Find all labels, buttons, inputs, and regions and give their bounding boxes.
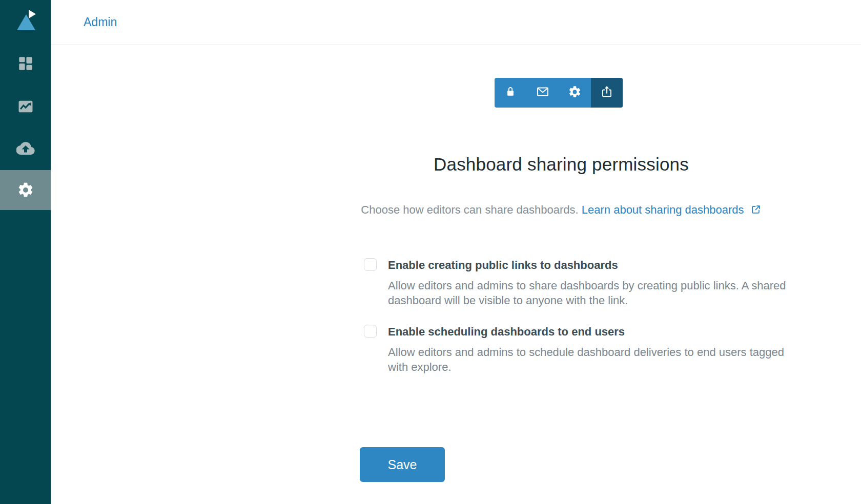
sidebar-item-charts[interactable] (0, 86, 51, 127)
subtitle-text: Choose how editors can share dashboards. (361, 203, 578, 216)
admin-section-toolbar (495, 78, 623, 108)
breadcrumb-admin-link[interactable]: Admin (84, 15, 117, 29)
cloud-upload-icon (16, 139, 35, 158)
public-links-label[interactable]: Enable creating public links to dashboar… (388, 258, 618, 272)
setting-scheduling: Enable scheduling dashboards to end user… (364, 325, 787, 374)
share-upload-icon (600, 85, 614, 101)
chart-image-icon (17, 98, 34, 115)
top-header: Admin (51, 0, 861, 45)
permissions-tab-button[interactable] (495, 78, 527, 108)
email-tab-button[interactable] (527, 78, 559, 108)
settings-tab-button[interactable] (559, 78, 591, 108)
dashboard-grid-icon (17, 55, 34, 72)
sidebar (0, 0, 51, 504)
public-links-description: Allow editors and admins to share dashbo… (388, 278, 787, 308)
app-logo[interactable] (0, 4, 51, 38)
sharing-tab-button[interactable] (591, 78, 623, 108)
external-link-icon (750, 204, 762, 218)
envelope-icon (536, 85, 550, 101)
learn-about-sharing-link[interactable]: Learn about sharing dashboards (582, 203, 744, 216)
save-button[interactable]: Save (360, 447, 445, 482)
public-links-checkbox[interactable] (364, 258, 377, 271)
sidebar-item-dashboards[interactable] (0, 43, 51, 84)
main-content: Dashboard sharing permissions Choose how… (51, 46, 861, 504)
gear-icon (568, 85, 582, 101)
sidebar-item-data[interactable] (0, 128, 51, 169)
scheduling-checkbox[interactable] (364, 325, 377, 338)
page-title: Dashboard sharing permissions (336, 154, 787, 175)
scheduling-label[interactable]: Enable scheduling dashboards to end user… (388, 325, 625, 339)
setting-public-links: Enable creating public links to dashboar… (364, 258, 787, 308)
triangle-play-logo-icon (12, 6, 39, 36)
gear-icon (17, 181, 34, 199)
scheduling-description: Allow editors and admins to schedule das… (388, 345, 787, 374)
page-subtitle: Choose how editors can share dashboards.… (315, 203, 807, 218)
sidebar-item-settings[interactable] (0, 170, 51, 210)
lock-icon (504, 85, 517, 100)
